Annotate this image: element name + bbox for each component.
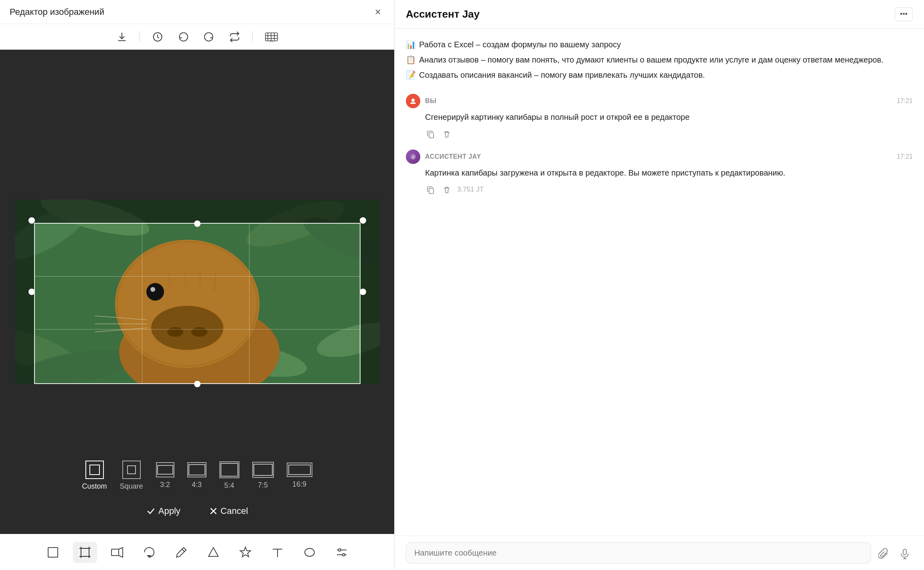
- oval-tool-button[interactable]: [298, 542, 322, 563]
- svg-rect-55: [429, 133, 434, 138]
- transform-tool-button[interactable]: [105, 542, 129, 563]
- token-count: 3,751 JT: [457, 186, 484, 194]
- crop-handle-tr[interactable]: [360, 217, 366, 224]
- svg-text:ALL: ALL: [269, 40, 274, 42]
- svg-rect-30: [158, 465, 173, 474]
- delete-assistant-message-button[interactable]: [441, 183, 452, 196]
- reviews-emoji: 📋: [406, 54, 416, 66]
- copy-assistant-message-button[interactable]: [425, 183, 436, 196]
- crop-handle-top[interactable]: [194, 220, 201, 227]
- svg-text:J: J: [412, 155, 414, 159]
- svg-point-51: [338, 549, 341, 551]
- svg-point-53: [342, 554, 345, 556]
- star-tool-button[interactable]: [233, 542, 257, 563]
- svg-marker-45: [209, 548, 218, 556]
- chat-input-area: [395, 536, 924, 570]
- ratio-5-4[interactable]: 5:4: [219, 461, 239, 490]
- user-avatar: [406, 94, 420, 108]
- divider2: [252, 31, 253, 42]
- feature-vacancies: 📝 Создавать описания вакансий – помогу в…: [406, 69, 913, 81]
- grid-v1: [142, 224, 142, 383]
- assistant-intro: 📊 Работа с Excel – создам формулы по ваш…: [406, 38, 913, 84]
- apply-cancel-bar: Apply Cancel: [140, 503, 255, 519]
- resize-tool-button[interactable]: [41, 542, 65, 563]
- crop-handle-bottom[interactable]: [194, 381, 201, 387]
- svg-rect-58: [429, 188, 434, 194]
- ratio-4-3[interactable]: 4:3: [187, 462, 207, 489]
- chat-message-input[interactable]: [406, 542, 871, 564]
- svg-rect-32: [221, 463, 238, 476]
- svg-rect-37: [48, 548, 58, 557]
- crop-handle-tl[interactable]: [28, 217, 35, 224]
- crop-handle-ml[interactable]: [28, 289, 35, 295]
- assistant-message-body: Картинка капибары загружена и открыта в …: [406, 166, 913, 179]
- text-tool-button[interactable]: [265, 542, 290, 563]
- svg-rect-28: [89, 465, 99, 475]
- user-message-1: ВЫ 17:21 Сгенерируй картинку капибары в …: [406, 94, 913, 140]
- ratio-7-5[interactable]: 7:5: [252, 462, 274, 489]
- svg-rect-33: [254, 464, 272, 475]
- svg-line-44: [182, 549, 184, 552]
- user-message-actions: [406, 127, 913, 140]
- svg-rect-38: [81, 548, 89, 556]
- download-button[interactable]: [112, 29, 132, 45]
- assistant-sender-name: АССИСТЕНТ JAY: [425, 153, 481, 160]
- grid-h2: [35, 329, 360, 329]
- assistant-message-actions: 3,751 JT: [406, 183, 913, 196]
- redo-button[interactable]: [199, 29, 219, 45]
- editor-canvas-area[interactable]: Custom Square 3:2: [0, 50, 394, 534]
- reset-all-button[interactable]: ALL: [261, 29, 282, 45]
- delete-user-message-button[interactable]: [441, 127, 452, 140]
- ratio-custom[interactable]: Custom: [82, 461, 107, 491]
- svg-rect-31: [189, 465, 205, 475]
- crop-box[interactable]: [34, 223, 361, 384]
- crop-ratio-bar: Custom Square 3:2: [82, 461, 312, 491]
- rotate-tool-button[interactable]: [137, 542, 161, 563]
- user-sender-name: ВЫ: [425, 97, 436, 105]
- assistant-message-time: 17:21: [897, 153, 913, 160]
- assistant-message-header: J АССИСТЕНТ JAY 17:21: [406, 150, 913, 164]
- editor-toolbar-bottom: [0, 534, 394, 570]
- svg-rect-29: [128, 466, 136, 474]
- user-message-time: 17:21: [897, 97, 913, 105]
- assistant-message-1: J АССИСТЕНТ JAY 17:21 Картинка капибары …: [406, 150, 913, 196]
- svg-point-54: [411, 99, 415, 102]
- crop-darken-top: [15, 200, 380, 223]
- chat-title: Ассистент Jay: [406, 8, 895, 20]
- ratio-3-2[interactable]: 3:2: [156, 462, 174, 489]
- editor-panel: Редактор изображений ✕: [0, 0, 395, 570]
- cancel-button[interactable]: Cancel: [203, 503, 254, 519]
- editor-title: Редактор изображений: [10, 7, 371, 17]
- ratio-16-9[interactable]: 16:9: [287, 463, 312, 489]
- shape-tool-button[interactable]: [201, 542, 225, 563]
- settings-tool-button[interactable]: [330, 542, 354, 563]
- voice-input-button[interactable]: [897, 544, 913, 562]
- crop-handle-mr[interactable]: [360, 289, 366, 295]
- feature-reviews: 📋 Анализ отзывов – помогу вам понять, чт…: [406, 54, 913, 66]
- chat-menu-button[interactable]: •••: [895, 7, 913, 21]
- grid-v2: [249, 224, 249, 383]
- chat-messages[interactable]: 📊 Работа с Excel – создам формулы по ваш…: [395, 29, 924, 536]
- excel-emoji: 📊: [406, 38, 416, 51]
- vacancies-emoji: 📝: [406, 69, 416, 81]
- svg-rect-43: [111, 549, 119, 556]
- apply-button[interactable]: Apply: [140, 503, 187, 519]
- svg-marker-46: [240, 547, 251, 557]
- ratio-square[interactable]: Square: [120, 461, 143, 491]
- crop-tool-button[interactable]: [73, 542, 97, 563]
- svg-point-49: [305, 548, 314, 556]
- attach-file-button[interactable]: [876, 544, 892, 562]
- chat-panel: Ассистент Jay ••• 📊 Работа с Excel – соз…: [395, 0, 924, 570]
- history-button[interactable]: [148, 29, 167, 45]
- user-message-body: Сгенерируй картинку капибары в полный ро…: [406, 111, 913, 123]
- close-editor-button[interactable]: ✕: [371, 6, 385, 18]
- chat-header: Ассистент Jay •••: [395, 0, 924, 29]
- copy-user-message-button[interactable]: [425, 127, 436, 140]
- undo-button[interactable]: [174, 29, 193, 45]
- svg-rect-34: [289, 465, 310, 475]
- pencil-tool-button[interactable]: [169, 542, 193, 563]
- editor-titlebar: Редактор изображений ✕: [0, 0, 394, 24]
- repeat-button[interactable]: [225, 29, 244, 45]
- crop-darken-right: [361, 223, 380, 384]
- grid-h1: [35, 276, 360, 277]
